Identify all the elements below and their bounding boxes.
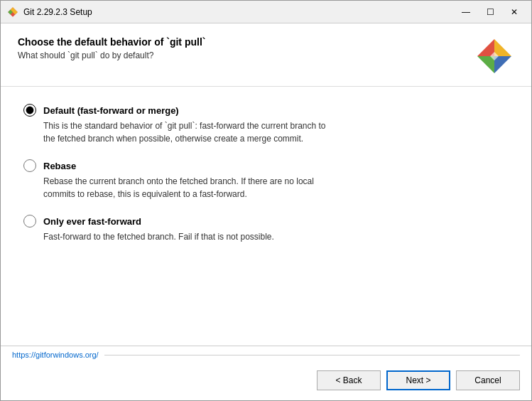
git-logo xyxy=(474,36,514,76)
cancel-button[interactable]: Cancel xyxy=(456,370,520,390)
option-ff-label-row: Only ever fast-forward xyxy=(23,215,509,228)
option-rebase-label-row: Rebase xyxy=(23,159,509,172)
radio-default-description: This is the standard behavior of `git pu… xyxy=(43,119,509,145)
footer-buttons: < Back Next > Cancel xyxy=(1,363,531,400)
radio-ff-description: Fast-forward to the fetched branch. Fail… xyxy=(43,230,509,243)
radio-ff-only[interactable] xyxy=(23,215,36,228)
header-text: Choose the default behavior of `git pull… xyxy=(18,36,463,60)
title-bar-controls: — ☐ ✕ xyxy=(455,5,526,19)
radio-rebase-description: Rebase the current branch onto the fetch… xyxy=(43,175,509,200)
radio-default[interactable] xyxy=(23,104,36,117)
footer-link[interactable]: https://gitforwindows.org/ xyxy=(12,351,99,359)
maximize-button[interactable]: ☐ xyxy=(479,5,501,19)
radio-rebase-label[interactable]: Rebase xyxy=(43,161,76,171)
minimize-button[interactable]: — xyxy=(455,5,477,19)
title-bar: Git 2.29.2.3 Setup — ☐ ✕ xyxy=(1,1,531,23)
next-button[interactable]: Next > xyxy=(386,370,450,390)
svg-marker-4 xyxy=(477,39,494,56)
option-ff-only: Only ever fast-forward Fast-forward to t… xyxy=(23,215,509,243)
svg-marker-7 xyxy=(477,56,494,73)
back-button[interactable]: < Back xyxy=(317,370,381,390)
title-bar-text: Git 2.29.2.3 Setup xyxy=(23,7,455,17)
svg-marker-5 xyxy=(494,39,511,56)
radio-group: Default (fast-forward or merge) This is … xyxy=(23,104,509,243)
radio-default-label[interactable]: Default (fast-forward or merge) xyxy=(43,105,179,116)
close-button[interactable]: ✕ xyxy=(503,5,526,19)
footer-divider xyxy=(104,355,520,355)
option-rebase: Rebase Rebase the current branch onto th… xyxy=(23,159,509,200)
radio-ff-label[interactable]: Only ever fast-forward xyxy=(43,216,141,227)
header-subtitle: What should `git pull` do by default? xyxy=(18,50,463,60)
svg-marker-6 xyxy=(494,56,511,73)
option-default: Default (fast-forward or merge) This is … xyxy=(23,104,509,145)
git-title-icon xyxy=(6,6,19,18)
radio-rebase[interactable] xyxy=(23,159,36,172)
footer-section: https://gitforwindows.org/ < Back Next >… xyxy=(1,346,531,400)
setup-window: Git 2.29.2.3 Setup — ☐ ✕ Choose the defa… xyxy=(0,0,532,401)
header-title: Choose the default behavior of `git pull… xyxy=(18,36,463,48)
footer-link-bar: https://gitforwindows.org/ xyxy=(1,346,531,363)
content-section: Default (fast-forward or merge) This is … xyxy=(1,87,531,346)
header-section: Choose the default behavior of `git pull… xyxy=(1,23,531,87)
option-default-label-row: Default (fast-forward or merge) xyxy=(23,104,509,117)
